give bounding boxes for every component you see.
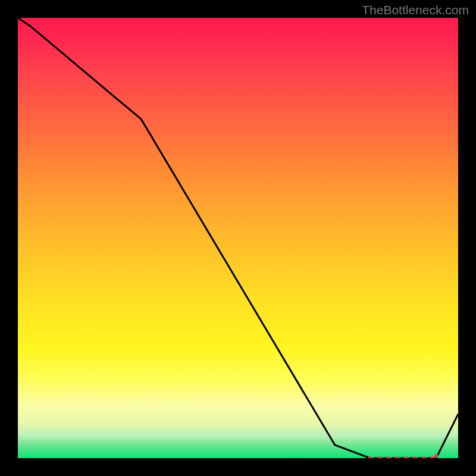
svg-point-10 xyxy=(412,456,416,458)
line-series xyxy=(18,18,458,458)
marker-cluster xyxy=(368,454,438,458)
svg-line-15 xyxy=(432,457,434,458)
svg-point-16 xyxy=(434,454,438,458)
chart-container: TheBottleneck.com xyxy=(0,0,476,476)
svg-point-8 xyxy=(403,456,407,458)
svg-point-14 xyxy=(430,456,433,458)
svg-point-0 xyxy=(368,456,372,458)
chart-svg xyxy=(18,18,458,458)
svg-point-4 xyxy=(386,456,389,458)
svg-point-2 xyxy=(377,456,381,458)
watermark-text: TheBottleneck.com xyxy=(362,3,469,17)
plot-area xyxy=(18,18,458,458)
svg-point-6 xyxy=(394,456,398,458)
svg-point-12 xyxy=(421,456,425,458)
